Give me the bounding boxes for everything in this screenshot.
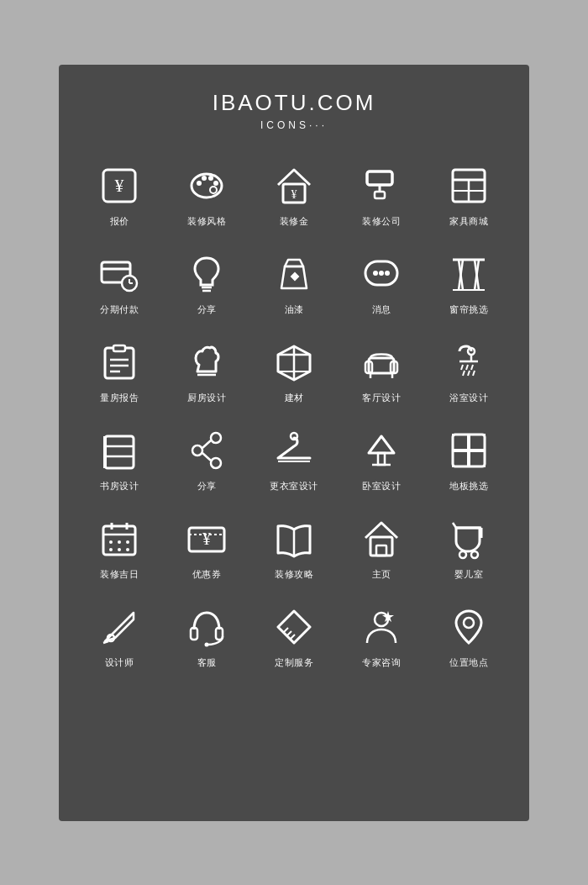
icon-youhui-label: 优惠券 [192,568,222,581]
svg-line-56 [468,371,470,376]
calendar-icon [97,516,142,561]
svg-text:¥: ¥ [115,175,124,196]
icon-liangfang[interactable]: 量房报告 [76,328,163,416]
svg-rect-13 [375,192,385,198]
icon-gonglue[interactable]: 装修攻略 [250,504,338,593]
icon-shufang-label: 书房设计 [100,480,139,493]
icon-fengge[interactable]: 装修风格 [163,151,250,240]
svg-marker-69 [369,436,394,453]
icons-grid: ¥ 报价 装修风格 [76,151,512,681]
svg-rect-10 [367,171,392,185]
svg-line-57 [473,371,475,376]
svg-line-52 [461,365,463,370]
stroller-icon [446,516,491,561]
svg-rect-36 [113,345,125,351]
svg-point-83 [126,540,129,544]
svg-line-97 [453,523,456,528]
icon-chufang[interactable]: 厨房设计 [163,328,250,416]
icon-diban[interactable]: 地板挑选 [425,416,512,504]
icon-chuanglian[interactable]: 窗帘挑选 [425,240,512,328]
icon-shejishi[interactable]: 设计师 [76,593,163,681]
icon-baojia[interactable]: ¥ 报价 [76,151,163,240]
hanger-icon [271,428,317,473]
box-icon [271,340,317,385]
svg-point-95 [459,551,466,558]
icon-youqi[interactable]: 油漆 [250,240,338,328]
svg-rect-92 [376,545,386,556]
icon-jijin[interactable]: ¥ 装修金 [250,151,338,240]
svg-point-63 [192,445,202,456]
paint-bucket-icon [271,251,317,297]
svg-line-65 [202,440,211,448]
svg-point-4 [202,176,207,181]
svg-rect-75 [453,451,468,466]
icon-jiancai-label: 建材 [285,392,304,404]
icon-bulb-label: 分享 [197,303,217,316]
icon-share[interactable]: 分享 [163,416,250,504]
icon-yushi[interactable]: 浴室设计 [425,328,512,416]
icon-youhui[interactable]: ¥ 优惠券 [163,504,250,593]
svg-line-55 [463,371,465,376]
svg-point-26 [373,271,378,276]
svg-point-103 [205,642,209,646]
curtain-icon [446,251,491,297]
icon-jiri-label: 装修吉日 [100,568,139,581]
icon-jiancai[interactable]: 建材 [250,328,338,416]
icon-shangcheng-label: 家具商城 [449,215,488,228]
svg-point-96 [471,551,478,558]
icon-shangcheng[interactable]: 家具商城 [425,151,512,240]
svg-point-110 [464,618,474,628]
floor-tile-icon [446,428,491,473]
icon-weizhi[interactable]: 位置地点 [425,593,512,681]
icon-dingzhi[interactable]: 定制服务 [250,593,338,681]
open-book-icon [271,516,317,561]
svg-text:¥: ¥ [202,529,211,548]
icon-woshi-label: 卧室设计 [362,480,401,493]
icon-woshi[interactable]: 卧室设计 [338,416,425,504]
icon-yigui[interactable]: 更衣室设计 [250,416,338,504]
svg-point-86 [126,548,129,551]
chat-icon [359,251,404,297]
icon-kefu[interactable]: 客服 [163,593,250,681]
clipboard-icon [97,340,142,385]
main-card: IBAOTU.COM ICONS··· ¥ 报价 [59,65,529,821]
icon-diban-label: 地板挑选 [449,480,488,493]
icon-bulb[interactable]: 分享 [163,240,250,328]
icon-fengqi[interactable]: 分期付款 [76,240,163,328]
icon-kefu-label: 客服 [197,656,217,669]
coupon-icon: ¥ [184,516,229,561]
svg-point-82 [118,540,121,544]
svg-point-2 [192,174,222,198]
svg-point-84 [109,548,113,551]
svg-marker-104 [278,611,310,643]
icon-keting[interactable]: 客厅设计 [338,328,425,416]
yen-box-icon: ¥ [97,163,142,208]
icon-yinger[interactable]: 婴儿室 [425,504,512,593]
icon-zhuanjia[interactable]: 专家咨询 [338,593,425,681]
chef-hat-icon [184,340,229,385]
svg-text:¥: ¥ [291,188,297,201]
svg-rect-101 [191,628,197,640]
icon-weizhi-label: 位置地点 [449,656,488,669]
icon-xiaoxi[interactable]: 消息 [338,240,425,328]
svg-rect-70 [378,453,385,465]
icon-shufang[interactable]: 书房设计 [76,416,163,504]
bulb-icon [184,251,229,297]
home-icon [359,516,404,561]
svg-point-28 [385,271,390,276]
icon-zhuye[interactable]: 主页 [338,504,425,593]
pen-nib-icon [97,604,142,650]
svg-rect-11 [367,171,392,185]
shower-icon [446,340,491,385]
svg-point-6 [213,181,218,186]
svg-point-27 [379,271,384,276]
person-star-icon [359,604,404,650]
icon-xiaoxi-label: 消息 [372,303,391,316]
svg-line-66 [202,453,211,461]
icon-jiri[interactable]: 装修吉日 [76,504,163,593]
svg-line-53 [466,365,468,370]
icon-gongsi[interactable]: 装修公司 [338,151,425,240]
ruler-diamond-icon [271,604,317,650]
icon-fengge-label: 装修风格 [187,215,226,228]
icon-youqi-label: 油漆 [285,303,304,316]
